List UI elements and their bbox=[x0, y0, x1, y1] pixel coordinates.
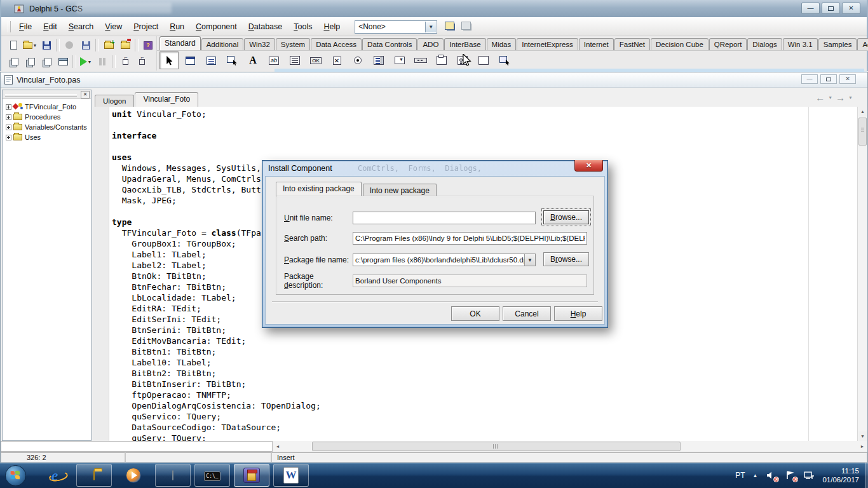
palette-tab-fastnet[interactable]: FastNet bbox=[614, 38, 650, 50]
main-menu-icon[interactable] bbox=[201, 51, 220, 69]
menu-project[interactable]: Project bbox=[128, 20, 164, 34]
chevron-down-icon[interactable]: ▼ bbox=[828, 95, 832, 100]
panel-icon[interactable] bbox=[474, 51, 493, 69]
add-to-project-button[interactable] bbox=[117, 37, 133, 53]
palette-tab-data-controls[interactable]: Data Controls bbox=[362, 38, 417, 50]
chevron-down-icon[interactable]: ▼ bbox=[425, 22, 436, 32]
editor-close-button[interactable]: ✕ bbox=[839, 74, 856, 84]
pointer-icon[interactable] bbox=[159, 51, 179, 69]
vertical-scrollbar[interactable]: ▲ ▼ bbox=[857, 107, 867, 441]
memo-icon[interactable] bbox=[285, 51, 304, 69]
open-button[interactable]: ▼ bbox=[22, 37, 38, 53]
taskbar-windows-explorer[interactable] bbox=[76, 464, 112, 487]
dialog-tab-into-existing-package[interactable]: Into existing package bbox=[276, 182, 362, 196]
show-hidden-icons-button[interactable]: ▲ bbox=[753, 473, 758, 478]
show-desktop-button[interactable] bbox=[865, 463, 868, 488]
search-path-input[interactable] bbox=[353, 232, 587, 245]
scroll-up-icon[interactable]: ▲ bbox=[858, 107, 867, 116]
menu-tools[interactable]: Tools bbox=[288, 20, 318, 34]
run-button[interactable]: ▼ bbox=[78, 54, 94, 69]
navigate-forward-icon[interactable]: → bbox=[836, 93, 845, 102]
dialog-tab-into-new-package[interactable]: Into new package bbox=[363, 184, 437, 196]
explorer-header[interactable]: ✕ bbox=[3, 90, 91, 99]
dialog-titlebar[interactable]: Install Component ComCtrls, Forms, Dialo… bbox=[262, 161, 607, 176]
palette-tab-samples[interactable]: Samples bbox=[818, 38, 857, 50]
combo-box-icon[interactable]: ▼ bbox=[390, 51, 409, 69]
action-list-icon[interactable] bbox=[495, 51, 514, 69]
tree-item-procedures[interactable]: Procedures bbox=[4, 112, 90, 122]
action-center-flag-icon[interactable]: ✕ bbox=[784, 470, 796, 480]
editor-tab-ulogon[interactable]: Ulogon bbox=[95, 95, 134, 107]
edit-icon[interactable]: ab bbox=[264, 51, 283, 69]
palette-tab-additional[interactable]: Additional bbox=[201, 38, 244, 50]
checkbox-icon[interactable]: ✕ bbox=[327, 51, 346, 69]
save-button[interactable] bbox=[38, 37, 55, 53]
chevron-down-icon[interactable]: ▼ bbox=[524, 254, 535, 266]
unit-file-input[interactable] bbox=[353, 212, 536, 224]
volume-muted-icon[interactable]: ✕ bbox=[765, 470, 776, 480]
expand-icon[interactable] bbox=[6, 104, 11, 110]
editor-tab-vincular_foto[interactable]: Vincular_Foto bbox=[135, 92, 198, 107]
tree-item-variables-constants[interactable]: Variables/Constants bbox=[4, 122, 90, 132]
radio-button-icon[interactable] bbox=[348, 51, 367, 69]
chevron-down-icon[interactable]: ▼ bbox=[848, 95, 853, 100]
taskbar-command-prompt[interactable]: C:\_ bbox=[194, 464, 230, 487]
palette-tab-interbase[interactable]: InterBase bbox=[444, 38, 485, 50]
package-file-combobox[interactable]: ▼ bbox=[353, 254, 536, 266]
tree-item-uses[interactable]: Uses bbox=[4, 132, 90, 142]
minimize-button[interactable]: — bbox=[801, 3, 820, 14]
navigate-back-icon[interactable]: ← bbox=[815, 93, 825, 102]
close-button[interactable]: ✕ bbox=[842, 3, 860, 14]
palette-tab-win-3-1[interactable]: Win 3.1 bbox=[783, 38, 818, 50]
palette-tab-activex[interactable]: ActiveX bbox=[857, 38, 868, 50]
editor-restore-button[interactable] bbox=[820, 74, 837, 84]
help-contents-button[interactable]: ? bbox=[140, 37, 156, 53]
palette-tab-decision-cube[interactable]: Decision Cube bbox=[651, 38, 709, 50]
palette-tab-qreport[interactable]: QReport bbox=[709, 38, 747, 50]
expand-icon[interactable] bbox=[6, 125, 11, 130]
cancel-button[interactable]: Cancel bbox=[503, 306, 551, 321]
select-form-button[interactable] bbox=[22, 54, 38, 69]
palette-tab-internetexpress[interactable]: InternetExpress bbox=[517, 38, 578, 50]
tree-item-tfvincular-foto[interactable]: TFVincular_Foto bbox=[4, 102, 90, 112]
close-icon[interactable]: ✕ bbox=[574, 160, 603, 172]
menu-file[interactable]: File bbox=[13, 20, 37, 34]
help-button[interactable]: Help bbox=[554, 306, 602, 321]
close-icon[interactable]: ✕ bbox=[81, 91, 90, 98]
menu-view[interactable]: View bbox=[99, 20, 128, 34]
unit-file-browse-button[interactable]: Browse... bbox=[543, 210, 589, 224]
editor-minimize-button[interactable]: — bbox=[801, 74, 818, 84]
set-debug-desktop-button[interactable] bbox=[460, 20, 474, 33]
scrollbar-thumb[interactable] bbox=[312, 442, 681, 451]
open-project-button[interactable]: + bbox=[100, 37, 117, 53]
save-desktop-button[interactable] bbox=[444, 20, 458, 33]
taskbar-word[interactable]: W bbox=[273, 464, 309, 487]
popup-menu-icon[interactable] bbox=[222, 51, 241, 69]
label-icon[interactable]: A bbox=[243, 51, 262, 69]
scroll-down-icon[interactable]: ▼ bbox=[858, 431, 867, 441]
list-box-icon[interactable] bbox=[369, 51, 388, 69]
save-as-button[interactable] bbox=[78, 37, 94, 53]
button-icon[interactable]: OK bbox=[306, 51, 325, 69]
taskbar-notepad[interactable] bbox=[155, 464, 191, 487]
palette-tab-internet[interactable]: Internet bbox=[579, 38, 614, 50]
clock[interactable]: 11:15 01/06/2017 bbox=[822, 466, 859, 484]
expand-icon[interactable] bbox=[6, 135, 11, 140]
menu-help[interactable]: Help bbox=[318, 20, 346, 34]
palette-tab-ado[interactable]: ADO bbox=[417, 38, 444, 50]
package-file-input[interactable] bbox=[353, 254, 536, 266]
trace-into-button[interactable] bbox=[117, 54, 133, 69]
network-icon[interactable] bbox=[803, 470, 815, 480]
taskbar-delphi[interactable] bbox=[234, 464, 269, 487]
maximize-button[interactable] bbox=[822, 3, 840, 14]
frames-icon[interactable] bbox=[180, 51, 200, 69]
radio-group-icon[interactable] bbox=[453, 51, 472, 69]
palette-tab-standard[interactable]: Standard bbox=[159, 36, 201, 50]
taskbar-media-player[interactable] bbox=[116, 464, 151, 487]
palette-tab-win32[interactable]: Win32 bbox=[244, 38, 275, 50]
toggle-form-unit-button[interactable] bbox=[38, 54, 55, 69]
ok-button[interactable]: OK bbox=[451, 306, 499, 321]
new-items-button[interactable] bbox=[5, 37, 22, 53]
step-over-button[interactable] bbox=[133, 54, 150, 69]
select-unit-button[interactable] bbox=[5, 54, 22, 69]
